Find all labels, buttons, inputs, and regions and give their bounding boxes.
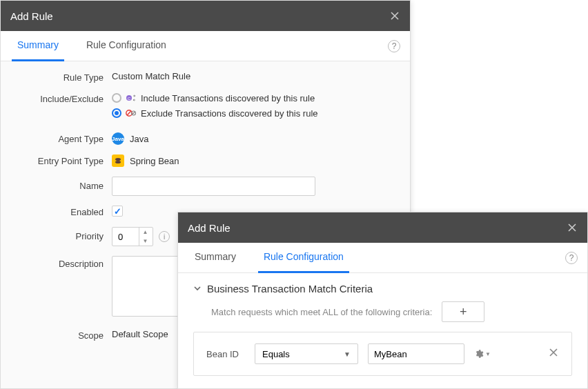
caret-down-icon: ▼ <box>344 350 351 358</box>
name-label: Name <box>12 177 112 191</box>
priority-stepper[interactable]: ▲ ▼ <box>112 227 153 246</box>
name-input[interactable] <box>112 177 315 196</box>
agent-type-label: Agent Type <box>12 132 112 144</box>
include-radio-label: Include Transactions discovered by this … <box>141 93 315 103</box>
match-criteria-subtext: Match requests which meet ALL of the fol… <box>211 307 432 317</box>
tab-rule-configuration[interactable]: Rule Configuration <box>81 31 172 61</box>
enabled-label: Enabled <box>12 206 112 217</box>
add-rule-dialog-configuration: Add Rule Summary Rule Configuration ? Bu… <box>177 212 588 389</box>
agent-type-value: Java <box>130 134 148 144</box>
dialog-title: Add Rule <box>188 222 231 234</box>
exclude-slash-icon <box>126 108 137 119</box>
include-exclude-label: Include/Exclude <box>12 92 112 104</box>
dialog-title: Add Rule <box>10 10 53 22</box>
criteria-field-label: Bean ID <box>206 349 245 359</box>
rule-type-value: Custom Match Rule <box>112 71 399 81</box>
rule-type-label: Rule Type <box>12 71 112 83</box>
tab-rule-configuration[interactable]: Rule Configuration <box>258 243 349 273</box>
criteria-settings-button[interactable]: ▼ <box>474 349 491 359</box>
match-criteria-section-header[interactable]: Business Transaction Match Criteria <box>193 283 572 295</box>
match-criteria-title: Business Transaction Match Criteria <box>207 283 373 295</box>
exclude-radio-label: Exclude Transactions discovered by this … <box>141 108 318 119</box>
help-icon[interactable]: ? <box>388 40 400 52</box>
include-arrows-icon: C <box>126 92 137 103</box>
help-icon[interactable]: ? <box>565 252 578 264</box>
radio-selected-icon <box>112 108 121 118</box>
scope-label: Scope <box>12 329 112 341</box>
java-badge-icon: Java <box>112 132 124 145</box>
priority-label: Priority <box>12 227 112 241</box>
description-label: Description <box>12 256 112 269</box>
tab-bar: Summary Rule Configuration ? <box>1 31 410 61</box>
radio-unselected-icon <box>112 93 121 103</box>
dialog-header: Add Rule <box>1 1 410 31</box>
spring-bean-badge-icon <box>112 154 124 167</box>
svg-text:C: C <box>128 97 131 101</box>
operator-select[interactable]: Equals ▼ <box>255 343 358 364</box>
exclude-radio-option[interactable]: Exclude Transactions discovered by this … <box>112 108 399 119</box>
priority-input[interactable] <box>112 232 139 242</box>
svg-point-5 <box>115 161 121 163</box>
svg-point-4 <box>115 158 121 161</box>
tab-bar: Summary Rule Configuration ? <box>178 243 587 273</box>
add-criteria-button[interactable]: + <box>442 301 484 322</box>
criteria-row: Bean ID Equals ▼ ▼ <box>193 332 572 376</box>
dialog-header: Add Rule <box>178 212 587 243</box>
tab-summary[interactable]: Summary <box>189 243 242 273</box>
remove-criteria-icon[interactable] <box>548 347 559 361</box>
rule-config-body: Business Transaction Match Criteria Matc… <box>178 273 587 386</box>
info-icon[interactable]: i <box>159 231 170 242</box>
tab-summary[interactable]: Summary <box>12 31 64 61</box>
enabled-checkbox[interactable] <box>112 206 123 217</box>
close-icon[interactable] <box>389 10 400 21</box>
entry-point-type-value: Spring Bean <box>130 156 179 166</box>
criteria-value-input[interactable] <box>368 343 464 364</box>
chevron-down-icon <box>193 283 202 295</box>
stepper-up-icon[interactable]: ▲ <box>139 228 151 237</box>
entry-point-type-label: Entry Point Type <box>12 154 112 166</box>
close-icon[interactable] <box>567 222 578 233</box>
stepper-down-icon[interactable]: ▼ <box>139 237 151 246</box>
include-radio-option[interactable]: C Include Transactions discovered by thi… <box>112 92 399 103</box>
operator-value: Equals <box>262 349 290 359</box>
